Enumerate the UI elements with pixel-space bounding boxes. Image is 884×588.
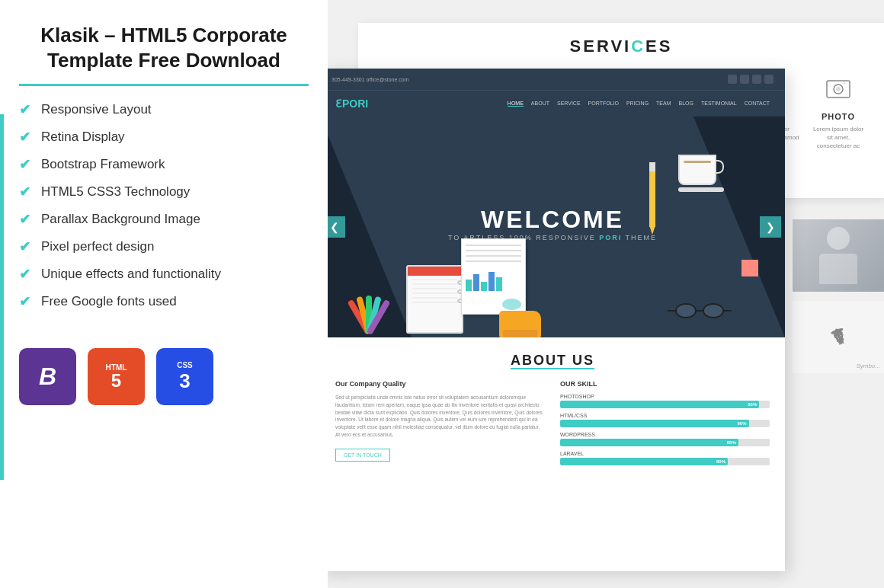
list-item: ✔ Pixel perfect design (19, 238, 309, 255)
html5-badge: HTML 5 (88, 348, 145, 405)
hero-brand: PORI (599, 234, 622, 241)
social-icon (740, 75, 749, 84)
skill-bar-laravel: 80% (560, 458, 728, 465)
service-name-photo: PHOTO (812, 112, 865, 121)
check-icon: ✔ (19, 184, 30, 200)
hero-section: ❮ ❯ WELCOME TO ARTLESS 100% RESPONSIVE P… (320, 117, 785, 337)
company-quality-text: Sed ut perspiciatis unde omnis iste natu… (335, 394, 545, 439)
social-icon (728, 75, 737, 84)
hand-document-icon (450, 238, 541, 337)
site-nav: HOME ABOUT SERVICE PORTFOLIO PRICING TEA… (508, 101, 770, 107)
list-item: ✔ Unique effects and functionality (19, 266, 309, 283)
get-in-touch-button[interactable]: GET IN TOUCH (335, 449, 390, 462)
glasses-icon (668, 303, 732, 318)
list-item: ✔ Responsive Layout (19, 101, 309, 118)
list-item: ✔ Retina Display (19, 129, 309, 145)
site-navbar: 305-449-3301 office@stone.com (320, 69, 785, 90)
svg-point-17 (836, 87, 841, 91)
left-panel: Klasik – HTML5 Corporate Template Free D… (0, 0, 328, 588)
thumbnail-1 (793, 219, 884, 292)
skill-bar-photoshop: 95% (560, 401, 759, 408)
bootstrap-badge: B (19, 348, 76, 405)
about-title: ABOUT US (335, 353, 770, 369)
slider-next-button[interactable]: ❯ (760, 216, 781, 238)
social-icon (764, 75, 774, 84)
nav-team[interactable]: TEAM (656, 101, 671, 107)
tech-logos: B HTML 5 CSS 3 (19, 333, 309, 405)
nav-contact[interactable]: CONTACT (745, 101, 770, 107)
coffee-cup-icon (678, 155, 724, 192)
check-icon: ✔ (19, 266, 30, 283)
symbol-text: ☤ (827, 323, 849, 352)
check-icon: ✔ (19, 129, 30, 145)
services-title: SERVICES (358, 23, 884, 66)
check-icon: ✔ (19, 293, 30, 310)
thumbnail-2: ☤ Symbo... (793, 301, 884, 373)
hero-title: WELCOME (448, 206, 657, 234)
service-col-photo: PHOTO Lorem ipsum dolor sit amet, consec… (808, 66, 869, 155)
nav-service[interactable]: SERVICE (557, 101, 581, 107)
bootstrap-icon: B (39, 363, 56, 391)
skills-title: OUR SKILL (560, 380, 770, 388)
skill-photoshop: PHOTOSHOP 95% (560, 394, 770, 408)
skills-col: OUR SKILL PHOTOSHOP 95% HT (560, 380, 770, 470)
preview-card: 305-449-3301 office@stone.com ƐPORI HOME… (320, 69, 785, 571)
nav-pricing[interactable]: PRICING (626, 101, 649, 107)
about-section: ABOUT US Our Company Quality Sed ut pers… (320, 337, 785, 485)
site-header: ƐPORI HOME ABOUT SERVICE PORTFOLIO PRICI… (320, 90, 785, 117)
check-icon: ✔ (19, 211, 30, 228)
hero-illustration (358, 265, 463, 337)
skill-htmlcss: HTML/CSS 90% (560, 413, 770, 427)
features-list: ✔ Responsive Layout ✔ Retina Display ✔ B… (19, 101, 309, 310)
palette-icon (358, 284, 400, 334)
skill-wordpress: WORDPRESS 85% (560, 432, 770, 446)
check-icon: ✔ (19, 156, 30, 173)
social-icon (752, 75, 761, 84)
photo-icon (812, 69, 865, 107)
skill-bar-wordpress: 85% (560, 439, 738, 446)
nav-about[interactable]: ABOUT (531, 101, 549, 107)
thumbnail-caption: Symbo... (856, 363, 880, 369)
list-item: ✔ Free Google fonts used (19, 293, 309, 310)
social-links (728, 75, 774, 84)
svg-point-18 (844, 82, 846, 85)
skill-laravel: LARAVEL 80% (560, 451, 770, 465)
nav-home[interactable]: HOME (508, 101, 524, 107)
contact-info: 305-449-3301 office@stone.com (332, 77, 725, 82)
sticky-note-icon (741, 260, 758, 276)
company-quality-title: Our Company Quality (335, 380, 545, 388)
check-icon: ✔ (19, 101, 30, 118)
site-logo: ƐPORI (335, 97, 508, 110)
check-icon: ✔ (19, 238, 30, 255)
nav-testimonial[interactable]: TESTIMONIAL (701, 101, 737, 107)
css3-badge: CSS 3 (156, 348, 213, 405)
skill-bar-htmlcss: 90% (560, 420, 749, 427)
list-item: ✔ Parallax Background Image (19, 211, 309, 228)
title-text: Klasik – HTML5 Corporate Template Free D… (40, 24, 287, 72)
teal-accent-bar (0, 114, 4, 480)
list-item: ✔ HTML5 CSS3 Technology (19, 184, 309, 200)
company-quality-col: Our Company Quality Sed ut perspiciatis … (335, 380, 545, 470)
nav-blog[interactable]: BLOG (679, 101, 693, 107)
page-title: Klasik – HTML5 Corporate Template Free D… (19, 23, 309, 86)
service-text-photo: Lorem ipsum dolor sit amet, consectetuer… (812, 125, 865, 151)
preview-wrapper: SERVICES GRAPHICS Lorem ipsum dolor sit … (290, 23, 884, 588)
pencil-icon (649, 162, 655, 227)
nav-portfolio[interactable]: PORTFOLIO (588, 101, 619, 107)
about-cols: Our Company Quality Sed ut perspiciatis … (335, 380, 770, 470)
list-item: ✔ Bootstrap Framework (19, 156, 309, 173)
